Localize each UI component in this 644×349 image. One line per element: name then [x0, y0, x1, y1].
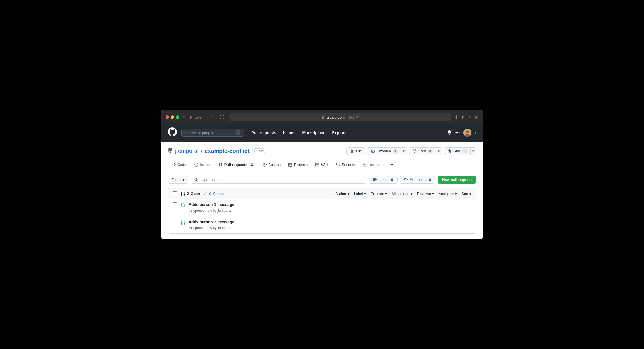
- open-count-number: 2: [187, 192, 189, 196]
- open-count[interactable]: 2 Open: [181, 191, 200, 196]
- milestones-filter-label: Milestones: [392, 192, 409, 196]
- sort-filter[interactable]: Sort ▾: [461, 192, 471, 196]
- projects-icon: [288, 163, 292, 167]
- fork-dropdown[interactable]: ▾: [436, 147, 442, 155]
- closed-count-number: 0: [209, 192, 211, 196]
- filters-button[interactable]: Filters ▾: [168, 176, 188, 184]
- repo-name[interactable]: example-conflict: [205, 148, 250, 154]
- reviews-filter[interactable]: Reviews ▾: [417, 192, 434, 196]
- closed-count[interactable]: 0 Closed: [203, 192, 224, 196]
- nav-marketplace[interactable]: Marketplace: [300, 129, 328, 137]
- pr1-title[interactable]: Adds person 1 message: [189, 202, 471, 207]
- tab-security[interactable]: Security: [332, 160, 359, 170]
- tab-code[interactable]: Code: [168, 160, 190, 170]
- pr-open-icon: [181, 191, 185, 196]
- pr1-author-link[interactable]: jtemporal: [217, 209, 231, 213]
- tab-pull-requests[interactable]: Pull requests 2: [215, 159, 259, 170]
- reload-icon[interactable]: ↺: [356, 115, 359, 119]
- tab-wiki[interactable]: Wiki: [311, 160, 332, 170]
- new-pr-button[interactable]: New pull request: [438, 176, 476, 184]
- svg-point-4: [466, 130, 469, 133]
- checkmark-icon: [203, 192, 207, 196]
- milestones-button[interactable]: Milestones 0: [400, 176, 435, 184]
- address-bar[interactable]: github.com ⟨A⟩ ↺: [229, 113, 451, 121]
- notification-dot: [450, 129, 453, 131]
- unwatch-button[interactable]: Unwatch 1: [367, 147, 401, 155]
- filters-label: Filters: [172, 178, 181, 182]
- insights-icon: [363, 163, 367, 167]
- forward-button[interactable]: ›: [211, 114, 215, 120]
- lock-icon: [321, 115, 325, 119]
- tab-actions[interactable]: Actions: [259, 160, 285, 170]
- nav-explore[interactable]: Explore: [329, 129, 349, 137]
- pr2-title[interactable]: Adds person 2 message: [189, 220, 471, 224]
- browser-right-controls: ⬇ ⬆ ＋ ⊞: [454, 114, 478, 120]
- projects-filter[interactable]: Projects ▾: [371, 192, 387, 196]
- avatar-chevron[interactable]: ▾: [475, 131, 476, 134]
- pr2-content: Adds person 2 message #1 opened now by j…: [189, 220, 471, 230]
- star-dropdown[interactable]: ▾: [470, 147, 476, 155]
- star-button[interactable]: Star 0: [444, 147, 471, 155]
- search-input[interactable]: Search or jump to... /: [181, 129, 244, 137]
- pr1-checkbox[interactable]: [173, 202, 177, 207]
- label-filter-label: Label: [354, 192, 363, 196]
- tab-issues[interactable]: Issues: [190, 160, 215, 170]
- pr-icon: [219, 163, 223, 167]
- nav-pull-requests[interactable]: Pull requests: [248, 129, 279, 137]
- table-filters: Author ▾ Label ▾ Projects ▾ Milestones: [335, 192, 471, 196]
- pr2-checkbox[interactable]: [173, 220, 177, 224]
- new-tab-icon[interactable]: ＋: [467, 114, 472, 120]
- repo-owner[interactable]: jtemporal: [175, 148, 198, 154]
- unwatch-dropdown[interactable]: ▾: [401, 147, 407, 155]
- tab-projects[interactable]: Projects: [285, 160, 311, 170]
- back-button[interactable]: ‹: [205, 114, 209, 120]
- notifications-bell[interactable]: [447, 130, 452, 136]
- pr-search-box[interactable]: is:pr is:open: [191, 176, 366, 184]
- fullscreen-button[interactable]: [176, 115, 179, 119]
- table-row: Adds person 2 message #1 opened now by j…: [168, 216, 476, 233]
- author-filter[interactable]: Author ▾: [335, 192, 349, 196]
- global-nav: Pull requests Issues Marketplace Explore: [248, 129, 442, 137]
- user-avatar[interactable]: [463, 129, 471, 137]
- labels-button[interactable]: Labels 9: [369, 176, 398, 184]
- browser-navigation: Private ‹ ›: [183, 114, 215, 120]
- filters-chevron: ▾: [183, 178, 185, 182]
- grid-icon[interactable]: ⊞: [475, 115, 478, 120]
- minimize-button[interactable]: [171, 115, 174, 119]
- issues-icon: [194, 163, 198, 167]
- security-icon: [336, 163, 340, 167]
- star-button-group: Star 0 ▾: [444, 147, 476, 155]
- repo-content: jtemporal / example-conflict Public Pin: [161, 142, 483, 239]
- github-logo[interactable]: [168, 127, 177, 138]
- milestones-chevron: ▾: [411, 192, 413, 196]
- labels-count: 9: [391, 178, 393, 182]
- translate-icon: ⟨A⟩: [349, 115, 354, 119]
- select-all-checkbox[interactable]: [173, 191, 177, 196]
- tab-insights[interactable]: Insights: [359, 160, 386, 170]
- label-filter[interactable]: Label ▾: [354, 192, 366, 196]
- milestones-filter[interactable]: Milestones ▾: [392, 192, 412, 196]
- close-button[interactable]: [166, 115, 169, 119]
- tab-label: Private: [189, 115, 202, 120]
- pr-badge: 2: [249, 162, 255, 167]
- projects-filter-label: Projects: [371, 192, 384, 196]
- share-icon[interactable]: ⬆: [461, 115, 465, 120]
- tab-code-label: Code: [177, 163, 186, 167]
- pin-button[interactable]: Pin: [346, 147, 365, 155]
- assignee-filter-label: Assignee: [439, 192, 454, 196]
- milestones-count: 0: [429, 178, 431, 182]
- nav-issues[interactable]: Issues: [280, 129, 298, 137]
- reviews-filter-label: Reviews: [417, 192, 431, 196]
- download-icon[interactable]: ⬇: [454, 115, 458, 120]
- reviews-chevron: ▾: [432, 192, 434, 196]
- pr2-author-link[interactable]: jtemporal: [217, 226, 231, 230]
- pr-open-status-icon: [181, 203, 185, 207]
- browser-titlebar: Private ‹ › github.com ⟨A⟩ ↺ ⬇: [166, 113, 478, 121]
- tab-more[interactable]: •••: [385, 160, 397, 170]
- create-new-button[interactable]: + ▾: [455, 130, 460, 135]
- author-chevron: ▾: [348, 192, 350, 196]
- search-shortcut: /: [236, 130, 240, 135]
- assignee-filter[interactable]: Assignee ▾: [439, 192, 457, 196]
- pr-table-header: 2 Open 0 Closed Author ▾: [168, 188, 476, 199]
- fork-button[interactable]: Fork 0: [409, 147, 436, 155]
